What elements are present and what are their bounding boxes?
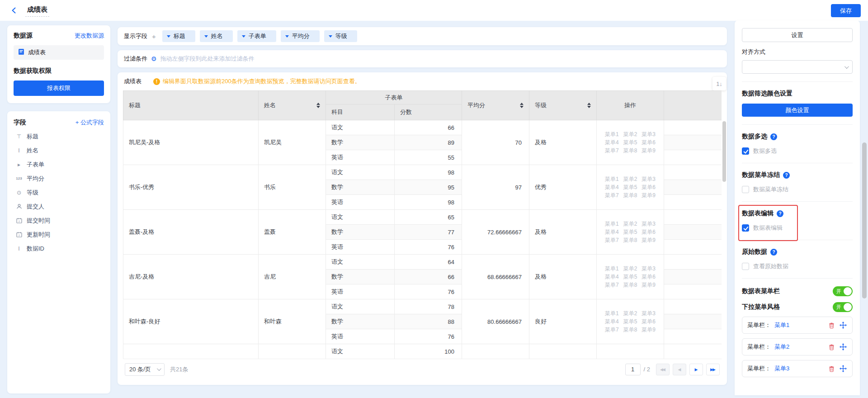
action-menu-link[interactable]: 菜单4	[605, 274, 619, 280]
menu-bar-toggle[interactable]: 开	[833, 286, 853, 296]
menu-freeze-checkbox[interactable]	[742, 186, 749, 193]
sort-icon[interactable]	[520, 103, 524, 108]
action-menu-link[interactable]: 菜单2	[623, 310, 637, 317]
settings-button[interactable]: 设置	[742, 28, 853, 42]
action-menu-link[interactable]: 菜单8	[623, 192, 637, 199]
action-menu-link[interactable]: 菜单3	[642, 176, 656, 182]
page-number-input[interactable]	[625, 364, 641, 375]
action-menu-link[interactable]: 菜单8	[623, 282, 637, 288]
field-item-平均分[interactable]: 123平均分	[14, 171, 104, 185]
action-menu-link[interactable]: 菜单9	[642, 282, 656, 288]
field-item-更新时间[interactable]: 7更新时间	[14, 227, 104, 242]
raw-data-checkbox[interactable]	[742, 263, 749, 270]
field-item-数据ID[interactable]: I数据ID	[14, 242, 104, 256]
datasource-item[interactable]: 成绩表	[14, 45, 104, 60]
field-chip-子表单[interactable]: 子表单	[237, 30, 276, 42]
action-menu-link[interactable]: 菜单3	[642, 265, 656, 272]
field-item-姓名[interactable]: I姓名	[14, 143, 104, 157]
align-select[interactable]	[742, 60, 853, 74]
action-menu-link[interactable]: 菜单2	[623, 265, 637, 272]
gear-icon[interactable]: ⚙	[151, 55, 157, 62]
action-menu-link[interactable]: 菜单3	[642, 131, 656, 137]
action-menu-link[interactable]: 菜单5	[623, 274, 637, 280]
field-item-提交人[interactable]: 提交人	[14, 199, 104, 213]
grid-scrollbar-thumb[interactable]	[722, 121, 726, 182]
dropdown-style-toggle[interactable]: 开	[833, 302, 853, 312]
action-menu-link[interactable]: 菜单5	[623, 318, 637, 325]
last-page-icon[interactable]: ▶▶	[706, 364, 720, 375]
action-menu-link[interactable]: 菜单5	[623, 229, 637, 235]
field-item-等级[interactable]: ⊙等级	[14, 185, 104, 199]
action-menu-link[interactable]: 菜单6	[642, 318, 656, 325]
action-menu-link[interactable]: 菜单8	[623, 147, 637, 154]
action-menu-link[interactable]: 菜单1	[605, 310, 619, 317]
action-menu-link[interactable]: 菜单5	[623, 139, 637, 146]
sort-icon[interactable]	[316, 103, 320, 108]
action-menu-link[interactable]: 菜单7	[605, 282, 619, 288]
column-header-avg[interactable]: 平均分	[462, 91, 529, 120]
field-chip-平均分[interactable]: 平均分	[281, 30, 320, 42]
change-datasource-link[interactable]: 更改数据源	[75, 32, 104, 40]
action-menu-link[interactable]: 菜单9	[642, 237, 656, 243]
trash-icon[interactable]	[827, 343, 835, 351]
column-header-name[interactable]: 姓名	[259, 91, 326, 120]
action-menu-link[interactable]: 菜单8	[623, 327, 637, 333]
action-menu-link[interactable]: 菜单7	[605, 237, 619, 243]
action-menu-link[interactable]: 菜单7	[605, 147, 619, 154]
next-page-icon[interactable]: ▶	[689, 364, 703, 375]
save-button[interactable]: 保存	[831, 4, 861, 17]
action-menu-link[interactable]: 菜单7	[605, 192, 619, 199]
help-icon[interactable]: ?	[770, 249, 777, 256]
action-menu-link[interactable]: 菜单4	[605, 184, 619, 190]
action-menu-link[interactable]: 菜单1	[605, 131, 619, 137]
action-menu-link[interactable]: 菜单4	[605, 139, 619, 146]
action-menu-link[interactable]: 菜单2	[623, 221, 637, 227]
trash-icon[interactable]	[827, 365, 835, 373]
move-icon[interactable]	[839, 343, 847, 351]
action-menu-link[interactable]: 菜单9	[642, 192, 656, 199]
action-menu-link[interactable]: 菜单5	[623, 184, 637, 190]
action-menu-link[interactable]: 菜单1	[605, 221, 619, 227]
sort-order-icon[interactable]: 1↓	[712, 77, 726, 90]
trash-icon[interactable]	[827, 321, 835, 329]
action-menu-link[interactable]: 菜单7	[605, 327, 619, 333]
action-menu-link[interactable]: 菜单1	[605, 265, 619, 272]
add-field-button[interactable]: +	[152, 33, 156, 40]
help-icon[interactable]: ?	[777, 210, 783, 217]
field-chip-姓名[interactable]: 姓名	[200, 30, 233, 42]
field-item-标题[interactable]: ⊤标题	[14, 129, 104, 143]
prev-page-icon[interactable]: ◀	[673, 364, 686, 375]
report-perm-button[interactable]: 报表权限	[14, 81, 104, 96]
formula-field-link[interactable]: + 公式字段	[75, 118, 104, 127]
field-item-子表单[interactable]: ▸子表单	[14, 157, 104, 171]
field-chip-标题[interactable]: 标题	[162, 30, 195, 42]
field-chip-等级[interactable]: 等级	[324, 30, 357, 42]
window-scrollbar-thumb[interactable]	[862, 142, 867, 298]
help-icon[interactable]: ?	[770, 133, 777, 140]
action-menu-link[interactable]: 菜单9	[642, 327, 656, 333]
help-icon[interactable]: ?	[783, 172, 790, 179]
action-menu-link[interactable]: 菜单6	[642, 274, 656, 280]
action-menu-link[interactable]: 菜单6	[642, 229, 656, 235]
move-icon[interactable]	[839, 365, 847, 373]
action-menu-link[interactable]: 菜单4	[605, 229, 619, 235]
action-menu-link[interactable]: 菜单9	[642, 147, 656, 154]
page-title[interactable]: 成绩表	[25, 5, 49, 17]
field-item-提交时间[interactable]: 7提交时间	[14, 213, 104, 227]
page-size-select[interactable]: 20 条/页	[125, 363, 165, 376]
menu-bar-link[interactable]: 菜单2	[774, 343, 789, 351]
action-menu-link[interactable]: 菜单4	[605, 318, 619, 325]
column-header-grade[interactable]: 等级	[529, 91, 597, 120]
move-icon[interactable]	[839, 321, 847, 329]
action-menu-link[interactable]: 菜单6	[642, 184, 656, 190]
menu-bar-link[interactable]: 菜单3	[774, 365, 789, 373]
table-edit-checkbox[interactable]	[742, 224, 749, 232]
action-menu-link[interactable]: 菜单8	[623, 237, 637, 243]
action-menu-link[interactable]: 菜单6	[642, 139, 656, 146]
multi-select-checkbox[interactable]	[742, 147, 749, 155]
action-menu-link[interactable]: 菜单2	[623, 176, 637, 182]
first-page-icon[interactable]: ◀◀	[656, 364, 670, 375]
back-icon[interactable]	[9, 5, 19, 15]
color-settings-button[interactable]: 颜色设置	[742, 104, 853, 117]
action-menu-link[interactable]: 菜单1	[605, 176, 619, 182]
